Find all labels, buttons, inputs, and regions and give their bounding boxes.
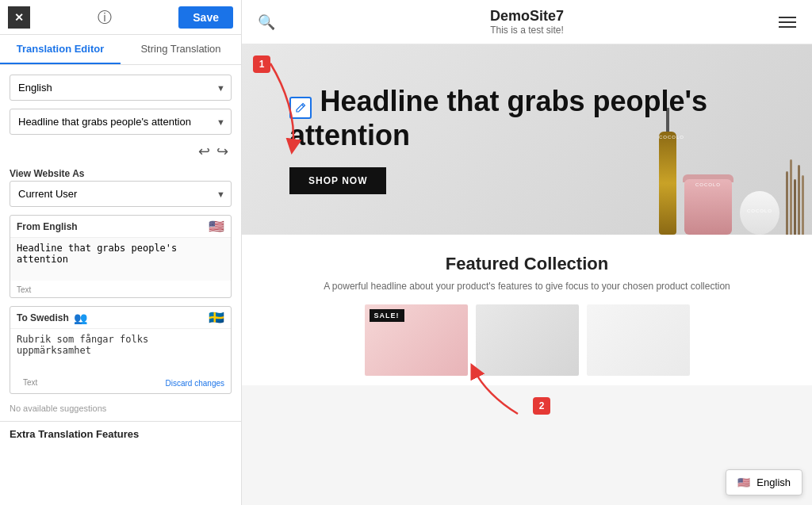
right-panel: 🔍 DemoSite7 This is a test site! 1 xyxy=(242,0,812,505)
suggestions-label: No available suggestions xyxy=(10,402,232,415)
english-language-button[interactable]: 🇺🇸 English xyxy=(726,469,802,495)
to-section-header: To Swedish 👥 🇸🇪 xyxy=(10,307,231,328)
site-title: DemoSite7 xyxy=(490,8,564,25)
top-bar: ✕ ⓘ Save xyxy=(0,0,241,35)
from-flag-icon: 🇺🇸 xyxy=(209,219,224,234)
to-textarea[interactable]: Rubrik som fångar folks uppmärksamhet xyxy=(10,328,231,372)
search-icon[interactable]: 🔍 xyxy=(258,13,275,31)
to-textarea-footer: Text Discard changes xyxy=(10,375,231,393)
undo-redo-bar: ↩ ↪ xyxy=(10,143,232,160)
site-title-area: DemoSite7 This is a test site! xyxy=(490,8,564,36)
people-icon: 👥 xyxy=(74,312,87,324)
language-select[interactable]: English Swedish French xyxy=(10,75,232,101)
site-subtitle: This is a test site! xyxy=(490,25,564,36)
english-flag-icon: 🇺🇸 xyxy=(737,476,750,488)
hamburger-line-2 xyxy=(779,21,796,23)
hamburger-line-3 xyxy=(779,26,796,28)
hamburger-line-1 xyxy=(779,17,796,18)
sale-badge: SALE! xyxy=(370,309,404,322)
tab-bar: Translation Editor String Translation xyxy=(0,35,241,65)
to-section-label: To Swedish xyxy=(17,312,69,323)
annotation-2-container: 2 xyxy=(466,362,550,418)
product-card-1: SALE! xyxy=(365,304,468,376)
annotation-badge-1: 1 xyxy=(253,55,270,73)
annotation-arrow-2 xyxy=(466,362,530,418)
product-card-3 xyxy=(587,304,690,376)
hero-headline: Headline that grabs people's attention xyxy=(289,85,707,151)
featured-description: A powerful headline about your product's… xyxy=(258,281,796,292)
hero-content: Headline that grabs people's attention S… xyxy=(242,61,812,218)
save-button[interactable]: Save xyxy=(178,6,233,29)
featured-title: Featured Collection xyxy=(258,254,796,274)
to-section: To Swedish 👥 🇸🇪 Rubrik som fångar folks … xyxy=(10,306,232,394)
info-button[interactable]: ⓘ xyxy=(94,6,116,29)
from-section-header: From English 🇺🇸 xyxy=(10,216,231,237)
string-select-wrapper: Headline that grabs people's attention ▼ xyxy=(10,109,232,135)
annotation-badge-2: 2 xyxy=(533,397,550,415)
tab-string-translation[interactable]: String Translation xyxy=(121,35,241,64)
string-select[interactable]: Headline that grabs people's attention xyxy=(10,109,232,135)
to-label-row: To Swedish 👥 xyxy=(17,312,87,324)
left-panel: ✕ ⓘ Save Translation Editor String Trans… xyxy=(0,0,242,505)
view-website-as-section: View Website As Current User Visitor Adm… xyxy=(10,168,232,207)
shop-now-button[interactable]: SHOP NOW xyxy=(289,167,386,194)
close-button[interactable]: ✕ xyxy=(8,6,30,29)
from-field-type: Text xyxy=(10,284,231,297)
from-textarea[interactable]: Headline that grabs people's attention xyxy=(10,237,231,281)
extra-features-label: Extra Translation Features xyxy=(0,421,241,443)
discard-changes-link[interactable]: Discard changes xyxy=(166,379,224,388)
to-flag-icon: 🇸🇪 xyxy=(209,310,224,325)
view-website-as-label: View Website As xyxy=(10,168,232,179)
hamburger-menu-icon[interactable] xyxy=(779,17,796,28)
to-field-type: Text xyxy=(17,377,44,390)
edit-pencil-button[interactable] xyxy=(289,97,312,119)
english-label: English xyxy=(756,476,791,488)
undo-button[interactable]: ↩ xyxy=(198,143,210,160)
annotation-1-badge: 1 xyxy=(253,55,270,73)
redo-button[interactable]: ↪ xyxy=(216,143,228,160)
hero-section: 1 Headline that grabs people's attention… xyxy=(242,44,812,235)
tab-translation-editor[interactable]: Translation Editor xyxy=(0,35,121,64)
from-section-label: From English xyxy=(17,221,78,232)
from-section: From English 🇺🇸 Headline that grabs peop… xyxy=(10,215,232,298)
panel-content: English Swedish French ▼ Headline that g… xyxy=(0,65,241,421)
pencil-icon xyxy=(295,102,306,113)
info-icon: ⓘ xyxy=(98,8,112,27)
view-as-select-wrapper: Current User Visitor Admin ▼ xyxy=(10,181,232,207)
site-header: 🔍 DemoSite7 This is a test site! xyxy=(242,0,812,44)
view-as-select[interactable]: Current User Visitor Admin xyxy=(10,181,232,207)
language-select-wrapper: English Swedish French ▼ xyxy=(10,75,232,101)
